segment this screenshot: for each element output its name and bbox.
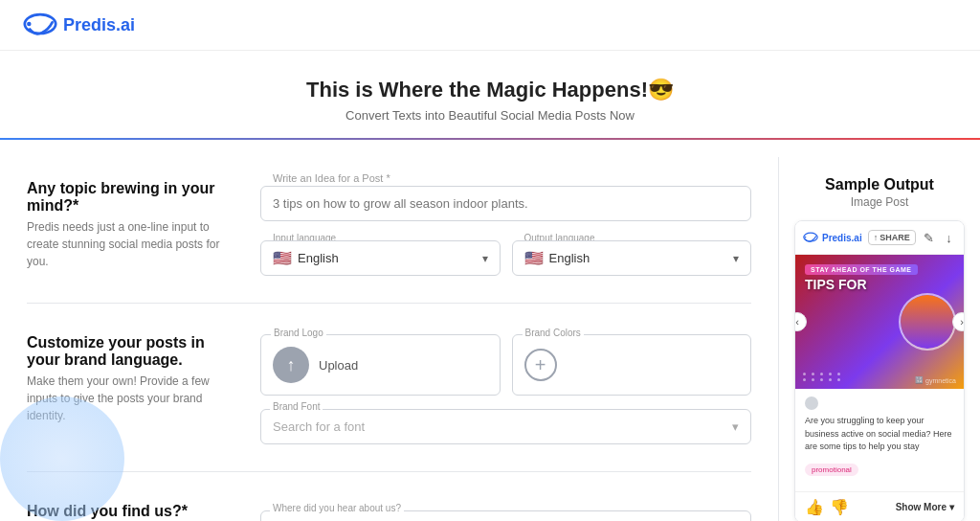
section1-title: Any topic brewing in your mind?* [27, 180, 237, 215]
card-author-avatar [805, 396, 818, 410]
logo[interactable]: Predis.ai [23, 11, 135, 38]
sample-title: Sample Output [794, 176, 965, 193]
like-button[interactable]: 👍 [805, 498, 824, 516]
output-lang-flag: 🇺🇸 [524, 249, 544, 267]
card-footer: 👍 👎 Show More ▾ [795, 491, 964, 522]
form-block-brand: Customize your posts in your brand langu… [27, 334, 751, 472]
form-section: Any topic brewing in your mind?* Predis … [0, 157, 779, 521]
card-predis-icon [803, 230, 818, 245]
card-logo-area: Predis.ai [803, 230, 862, 245]
form-left-3: How did you find us?* We are trying to f… [27, 503, 237, 521]
form-row-3: How did you find us?* We are trying to f… [27, 503, 751, 521]
card-description: Are you struggling to keep your business… [805, 415, 954, 454]
where-field-group: Where did you hear about us? ▾ [260, 510, 751, 521]
section1-desc: Predis needs just a one-line input to cr… [27, 218, 237, 270]
brand-row: Brand Logo ↑ Upload Brand Colors + [260, 334, 751, 396]
dots-decoration [803, 373, 843, 381]
input-lang-flag: 🇺🇸 [273, 249, 292, 267]
card-download-button[interactable]: ↓ [942, 227, 956, 248]
upload-button[interactable]: ↑ [273, 347, 309, 383]
svg-point-3 [804, 237, 806, 238]
input-lang-select[interactable]: 🇺🇸 English ▾ [260, 240, 501, 276]
upload-label: Upload [319, 358, 358, 373]
brand-font-label: Brand Font [270, 401, 323, 412]
show-more-label: Show More [896, 502, 947, 512]
section3-title: How did you find us?* [27, 503, 237, 520]
card-brand-watermark: 🔢 gymnetica [915, 376, 956, 384]
card-topbar: Predis.ai ↑ SHARE ✎ ↓ [795, 221, 964, 255]
card-author-row [805, 396, 954, 410]
logo-icon [23, 11, 57, 38]
sample-card: Predis.ai ↑ SHARE ✎ ↓ ‹ › STAY AHEAD OF … [794, 220, 965, 521]
form-left-2: Customize your posts in your brand langu… [27, 334, 237, 424]
brand-colors-box: Brand Colors + [512, 334, 752, 396]
card-tag: promotional [805, 464, 858, 476]
form-row-2: Customize your posts in your brand langu… [27, 334, 751, 444]
brand-font-placeholder: Search for a font [273, 419, 365, 434]
output-lang-group: Output language 🇺🇸 English ▾ [512, 235, 752, 276]
card-image-circle [899, 293, 956, 351]
show-more-chevron-icon: ▾ [949, 502, 954, 512]
hero-divider [0, 138, 980, 140]
lang-row: Input language 🇺🇸 English ▾ Output lan [260, 235, 751, 276]
form-right-1: Write an Idea for a Post * Input languag… [260, 180, 751, 276]
card-person-image [901, 295, 954, 349]
card-predis-label: Predis.ai [822, 233, 862, 243]
form-block-topic: Any topic brewing in your mind?* Predis … [27, 180, 751, 304]
form-right-3: Where did you hear about us? ▾ [260, 503, 751, 521]
add-color-button[interactable]: + [524, 349, 557, 381]
watermark-icon: 🔢 [915, 376, 924, 384]
input-lang-group: Input language 🇺🇸 English ▾ [260, 235, 501, 276]
idea-field-label: Write an Idea for a Post * [270, 172, 393, 184]
output-lang-select[interactable]: 🇺🇸 English ▾ [512, 240, 752, 276]
card-share-button[interactable]: ↑ SHARE [868, 230, 916, 245]
header: Predis.ai [0, 0, 980, 51]
hero-section: This is Where the Magic Happens!😎 Conver… [0, 51, 980, 157]
section2-title: Customize your posts in your brand langu… [27, 334, 237, 369]
form-right-2: Brand Logo ↑ Upload Brand Colors + Brand… [260, 334, 751, 444]
input-lang-arrow-icon: ▾ [482, 252, 488, 265]
share-label: SHARE [880, 233, 910, 242]
sample-subtitle: Image Post [794, 195, 965, 209]
svg-point-1 [27, 22, 32, 27]
output-lang-arrow-icon: ▾ [733, 252, 739, 265]
show-more-button[interactable]: Show More ▾ [896, 502, 954, 512]
tips-for-text: TIPS FOR [805, 277, 867, 292]
hero-subtitle: Convert Texts into Beautiful Social Medi… [0, 108, 980, 123]
tips-badge: STAY AHEAD OF THE GAME [805, 264, 918, 275]
brand-font-select[interactable]: Search for a font ▾ [260, 409, 751, 444]
idea-field-group: Write an Idea for a Post * [260, 180, 751, 221]
card-footer-actions: 👍 👎 [805, 498, 896, 516]
brand-font-arrow-icon: ▾ [732, 419, 739, 434]
input-lang-value: English [298, 251, 339, 265]
brand-logo-label: Brand Logo [271, 328, 326, 338]
brand-font-field: Brand Font Search for a font ▾ [260, 409, 751, 444]
form-left-1: Any topic brewing in your mind?* Predis … [27, 180, 237, 270]
dislike-button[interactable]: 👎 [830, 498, 849, 516]
logo-text: Predis.ai [63, 15, 135, 35]
card-body: Are you struggling to keep your business… [795, 389, 964, 491]
card-edit-button[interactable]: ✎ [922, 227, 936, 248]
section2-desc: Make them your own! Provide a few inputs… [27, 373, 237, 424]
card-image: ‹ › STAY AHEAD OF THE GAME TIPS FOR [795, 255, 964, 389]
hero-title: This is Where the Magic Happens!😎 [0, 78, 980, 102]
sample-output-section: Sample Output Image Post Predis.ai ↑ SHA… [779, 157, 980, 521]
brand-logo-box: Brand Logo ↑ Upload [260, 334, 501, 396]
brand-colors-label: Brand Colors [523, 328, 584, 338]
form-row-1: Any topic brewing in your mind?* Predis … [27, 180, 751, 276]
watermark-text: gymnetica [925, 377, 956, 384]
where-label: Where did you hear about us? [270, 503, 404, 513]
output-lang-value: English [549, 251, 590, 265]
main-layout: Any topic brewing in your mind?* Predis … [0, 157, 980, 521]
share-icon: ↑ [874, 233, 879, 242]
idea-input[interactable] [260, 186, 751, 221]
form-block-findus: How did you find us?* We are trying to f… [27, 503, 751, 521]
